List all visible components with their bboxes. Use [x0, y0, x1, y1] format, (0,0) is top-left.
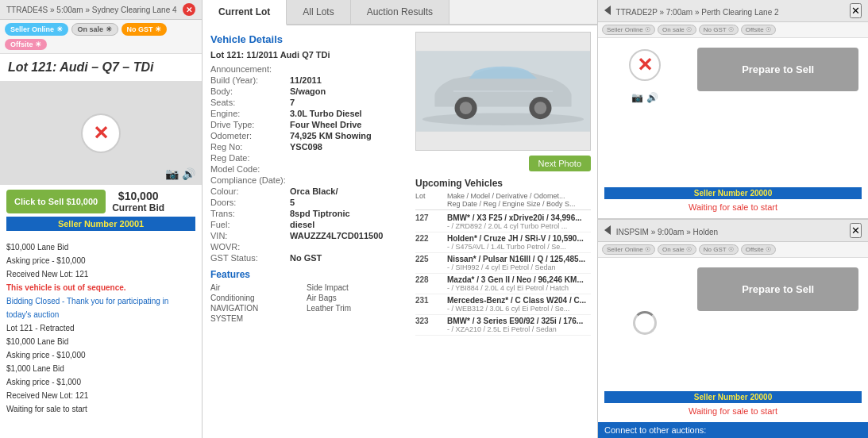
field-value: 7 — [290, 98, 295, 107]
bid-log-entry: This vehicle is out of sequence. — [6, 281, 195, 294]
upcoming-vehicles-title: Upcoming Vehicles — [415, 178, 591, 189]
field-value: Four Wheel Drive — [290, 120, 361, 129]
vehicle-field-row: Model Code: — [210, 164, 401, 174]
feature-col1: SYSTEM — [210, 314, 305, 323]
vehicle-details-title: Vehicle Details — [210, 33, 401, 45]
feature-col1: NAVIGATION — [210, 304, 305, 313]
sell-row: Click to Sell $10,000 $10,000 Current Bi… — [6, 190, 195, 213]
field-label: Doors: — [210, 198, 290, 207]
field-label: Engine: — [210, 109, 290, 118]
field-value: 74,925 KM Showing — [290, 131, 372, 140]
uv-main: Holden* / Cruze JH / SRi-V / 10,590... — [447, 234, 591, 243]
uv-lot: 225 — [415, 255, 447, 271]
field-value: Orca Black/ — [290, 186, 338, 196]
sell-area: Click to Sell $10,000 $10,000 Current Bi… — [0, 185, 202, 236]
uv-main: Mazda* / 3 Gen II / Neo / 96,246 KM... — [447, 275, 591, 284]
vehicle-field-row: VIN:WAUZZZ4L7CD011500 — [210, 231, 401, 240]
prepare-to-sell-1: Prepare to Sell — [697, 48, 858, 91]
vehicle-field-row: Reg Date: — [210, 153, 401, 163]
uv-row[interactable]: 228Mazda* / 3 Gen II / Neo / 96,246 KM..… — [415, 274, 591, 294]
field-label: Build (Year): — [210, 75, 290, 85]
uv-lot: 231 — [415, 296, 447, 313]
feature-col1: Air — [210, 283, 305, 292]
sub-auction-1-close[interactable]: ✕ — [850, 3, 862, 18]
seller-number-bar: Seller Number 20001 — [6, 217, 195, 231]
back-arrow-2 — [604, 225, 611, 235]
uv-sub: - / XZA210 / 2.5L Ei Petrol / Sedan — [447, 325, 591, 333]
vehicle-field-row: Trans:8spd Tiptronic — [210, 209, 401, 218]
announcement-row: Announcement: — [210, 64, 401, 74]
upcoming-vehicles: Upcoming Vehicles Lot Make / Model / Der… — [415, 178, 591, 432]
lot-detail-line: Lot 121: 11/2011 Audi Q7 TDi — [210, 50, 401, 60]
uv-lot: 222 — [415, 234, 447, 251]
sub-auction-2-status: Seller Online ☉On sale ☉No GST ☉Offsite … — [598, 242, 868, 258]
sub-auction-2-close[interactable]: ✕ — [850, 223, 862, 238]
vehicle-details: Vehicle Details Lot 121: 11/2011 Audi Q7… — [203, 25, 409, 438]
click-to-sell-button[interactable]: Click to Sell $10,000 — [6, 190, 106, 213]
bid-log-entry: Bidding Closed - Thank you for participa… — [6, 294, 195, 321]
bid-log-entry: Waiting for sale to start — [6, 402, 195, 416]
uv-row[interactable]: 127BMW* / X3 F25 / xDrive20i / 34,996...… — [415, 212, 591, 232]
vehicle-field-row: Compliance (Date): — [210, 175, 401, 185]
uv-col-details: Make / Model / Derivative / Odomet...Reg… — [447, 192, 591, 208]
main-content: Vehicle Details Lot 121: 11/2011 Audi Q7… — [203, 25, 597, 438]
vehicle-field-row: Reg No:YSC098 — [210, 142, 401, 152]
uv-row[interactable]: 231Mercedes-Benz* / C Class W204 / C...-… — [415, 294, 591, 315]
sub-auction-1-status: Seller Online ☉On sale ☉No GST ☉Offsite … — [598, 22, 868, 38]
tabs-bar: Current LotAll LotsAuction Results — [203, 0, 597, 25]
uv-sub: - / SIH992 / 4 cyl Ei Petrol / Sedan — [447, 263, 591, 271]
tab-all-lots[interactable]: All Lots — [287, 0, 350, 24]
sub-auction-1: TTRADE2P » 7:00am » Perth Clearing Lane … — [598, 0, 868, 220]
field-label: GST Status: — [210, 253, 290, 263]
no-gst-badge: No GST ☀ — [122, 23, 168, 36]
uv-row[interactable]: 225Nissan* / Pulsar N16III / Q / 125,485… — [415, 253, 591, 274]
field-value: 8spd Tiptronic — [290, 209, 350, 218]
bid-log-entry: Asking price - $10,000 — [6, 348, 195, 362]
uv-details: Mercedes-Benz* / C Class W204 / C...- / … — [447, 296, 591, 313]
sub-badge: Seller Online ☉ — [602, 244, 655, 255]
sub-waiting-text-2: Waiting for sale to start — [604, 403, 862, 419]
vehicle-field-row: Build (Year):11/2011 — [210, 75, 401, 85]
bid-log-entry: Lot 121 - Retracted — [6, 321, 195, 335]
uv-row[interactable]: 222Holden* / Cruze JH / SRi-V / 10,590..… — [415, 232, 591, 253]
bid-log-entry: Received New Lot: 121 — [6, 267, 195, 281]
bid-log-entry: Received New Lot: 121 — [6, 389, 195, 402]
field-value: No GST — [290, 253, 322, 263]
connect-bar[interactable]: Connect to other auctions: — [598, 422, 868, 438]
left-panel-header: TTRADE4S » 5:00am » Sydney Clearing Lane… — [0, 0, 202, 20]
field-value: 5 — [290, 198, 295, 207]
field-label: Drive Type: — [210, 120, 290, 129]
field-label: Body: — [210, 86, 290, 96]
vehicle-field-row: Odometer:74,925 KM Showing — [210, 131, 401, 140]
field-value: diesel — [290, 220, 314, 229]
vehicle-field-row: Doors:5 — [210, 198, 401, 207]
feature-col2: Side Impact — [307, 283, 401, 292]
tab-current-lot[interactable]: Current Lot — [203, 0, 287, 25]
left-close-button[interactable]: ✕ — [183, 3, 195, 16]
seller-online-badge: Seller Online ☀ — [5, 23, 68, 36]
feature-col1: Conditioning — [210, 294, 305, 302]
video-area: 📷 🔊 — [0, 82, 202, 185]
field-value: 3.0L Turbo Diesel — [290, 109, 362, 118]
uv-details: Nissan* / Pulsar N16III / Q / 125,485...… — [447, 255, 591, 271]
uv-sub: - / YBI884 / 2.0L 4 cyl Ei Petrol / Hatc… — [447, 284, 591, 292]
feature-col2: Leather Trim — [307, 304, 401, 313]
vehicle-fields: Build (Year):11/2011Body:S/wagonSeats:7E… — [210, 75, 401, 263]
uv-lot: 127 — [415, 213, 447, 230]
left-status-bar: Seller Online ☀ On sale ☀ No GST ☀ Offsi… — [0, 20, 202, 54]
next-photo-button[interactable]: Next Photo — [529, 156, 591, 171]
sub-auction-1-no-video — [629, 49, 661, 81]
vehicle-field-row: Body:S/wagon — [210, 86, 401, 96]
vehicle-field-row: Fuel:diesel — [210, 220, 401, 229]
uv-row[interactable]: 323BMW* / 3 Series E90/92 / 325i / 176..… — [415, 315, 591, 336]
no-video-icon — [81, 113, 121, 153]
field-value: S/wagon — [290, 86, 326, 96]
vehicle-field-row: WOVR: — [210, 242, 401, 252]
uv-details: BMW* / X3 F25 / xDrive20i / 34,996...- /… — [447, 213, 591, 230]
sub-badge: On sale ☉ — [658, 25, 696, 35]
uv-details: BMW* / 3 Series E90/92 / 325i / 176...- … — [447, 317, 591, 333]
sub-badge: No GST ☉ — [699, 244, 739, 255]
volume-icon: 🔊 — [182, 167, 195, 180]
tab-auction-results[interactable]: Auction Results — [351, 0, 449, 24]
field-label: Seats: — [210, 98, 290, 107]
